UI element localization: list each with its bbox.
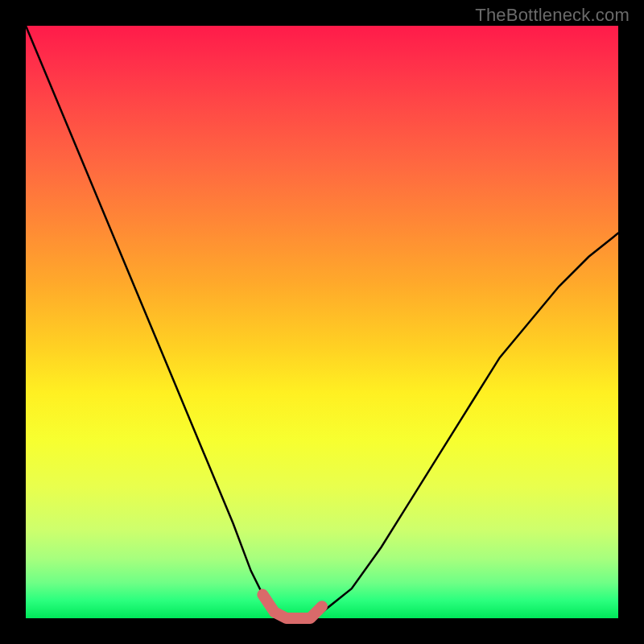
valley-highlight [262, 595, 322, 618]
bottleneck-curve [26, 26, 618, 618]
brand-watermark: TheBottleneck.com [475, 5, 630, 26]
curve-svg [26, 26, 618, 618]
plot-area [26, 26, 618, 618]
chart-frame: TheBottleneck.com [0, 0, 644, 644]
